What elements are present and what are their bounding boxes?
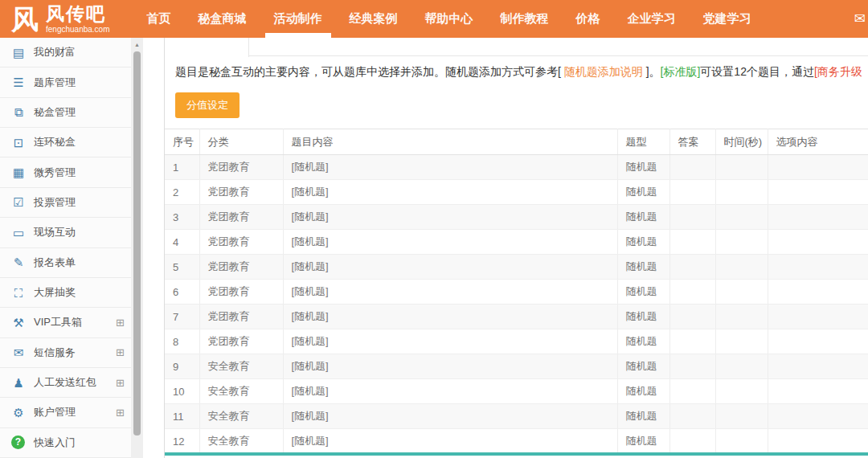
sidebar-item[interactable]: ▤我的财富 <box>0 38 131 67</box>
cell: [随机题] <box>283 379 617 404</box>
nav-item-8[interactable]: 企业学习 <box>628 0 676 38</box>
cell <box>768 329 868 354</box>
sidebar-item[interactable]: ⊡连环秘盒 <box>0 128 131 157</box>
nav-item-9[interactable]: 党建学习 <box>703 0 751 38</box>
table-row[interactable]: 6党团教育[随机题]随机题 <box>165 280 868 305</box>
table-row[interactable]: 1党团教育[随机题]随机题 <box>165 155 868 180</box>
cell <box>669 255 715 280</box>
sidebar-item-label: 秘盒管理 <box>34 105 76 120</box>
sidebar-scrollbar[interactable]: ▲ <box>131 38 143 458</box>
question-table: 序号分类题目内容题型答案时间(秒)选项内容 1党团教育[随机题]随机题2党团教育… <box>165 129 868 454</box>
sidebar-item[interactable]: ✉短信服务⊞ <box>0 338 131 368</box>
nav-item-7[interactable]: 价格 <box>576 0 600 38</box>
cell <box>715 429 768 454</box>
cell: [随机题] <box>283 155 617 180</box>
random-question-help-link[interactable]: 随机题添加说明 <box>564 65 643 78</box>
cell: [随机题] <box>283 429 617 454</box>
nav-item-6[interactable]: 制作教程 <box>501 0 549 38</box>
brand-logo-icon: 风 <box>11 6 39 33</box>
intro-segment: 可设置12个题目，通过 <box>700 65 814 78</box>
table-row[interactable]: 5党团教育[随机题]随机题 <box>165 255 868 280</box>
nav-item-5[interactable]: 帮助中心 <box>425 0 473 38</box>
score-setting-button[interactable]: 分值设定 <box>175 92 240 118</box>
cell <box>715 329 768 354</box>
expand-icon[interactable]: ⊞ <box>116 317 125 328</box>
sidebar-item[interactable]: ☑投票管理 <box>0 188 131 218</box>
brand-logo[interactable]: 风 风传吧 fengchuanba.com <box>11 5 110 34</box>
nav-item-1[interactable]: 首页 <box>147 0 171 38</box>
intro-text: 题目是秘盒互动的主要内容，可从题库中选择并添加。随机题添加方式可参考[ 随机题添… <box>165 56 868 80</box>
cell <box>669 180 715 205</box>
cell <box>768 280 868 305</box>
sidebar-item-label: 微秀管理 <box>34 166 76 180</box>
cell: 5 <box>165 255 199 280</box>
cell: 随机题 <box>617 280 669 305</box>
sidebar-item[interactable]: ⧉秘盒管理 <box>0 98 131 128</box>
sidebar-item[interactable]: ☰题库管理 <box>0 67 131 97</box>
cell: 党团教育 <box>199 230 283 255</box>
cell: 6 <box>165 280 199 305</box>
cell: [随机题] <box>283 230 617 255</box>
standard-version-link[interactable]: [标准版] <box>661 65 701 78</box>
scroll-up-arrow[interactable]: ▲ <box>131 38 143 47</box>
cell: [随机题] <box>283 280 617 305</box>
sidebar-item[interactable]: ⚒VIP工具箱⊞ <box>0 308 131 337</box>
sidebar-item[interactable]: ▦微秀管理 <box>0 157 131 187</box>
business-upgrade-link[interactable]: [商务升级 <box>814 65 862 78</box>
cell <box>669 429 715 454</box>
sidebar-item[interactable]: ⚙账户管理⊞ <box>0 398 131 427</box>
chain-box-icon: ⊡ <box>10 137 27 149</box>
secret-box-icon: ⧉ <box>10 106 27 118</box>
column-header: 选项内容 <box>768 129 868 155</box>
nav-item-4[interactable]: 经典案例 <box>350 0 398 38</box>
cell: 安全教育 <box>199 354 283 379</box>
form-icon: ✎ <box>10 256 27 268</box>
cell <box>768 404 868 429</box>
cell: 安全教育 <box>199 429 283 454</box>
cell: 11 <box>165 404 199 429</box>
table-row[interactable]: 11安全教育[随机题]随机题 <box>165 404 868 429</box>
table-row[interactable]: 4党团教育[随机题]随机题 <box>165 230 868 255</box>
sidebar-item[interactable]: ✎报名表单 <box>0 248 131 278</box>
cell: 随机题 <box>617 205 669 230</box>
table-row[interactable]: 9安全教育[随机题]随机题 <box>165 354 868 379</box>
micro-show-icon: ▦ <box>10 166 27 178</box>
cell <box>768 305 868 329</box>
cell: 安全教育 <box>199 404 283 429</box>
mail-icon[interactable]: ✉ <box>854 10 866 27</box>
cell <box>715 280 768 305</box>
cell <box>669 280 715 305</box>
content-tab[interactable] <box>165 38 249 57</box>
cell: 随机题 <box>617 180 669 205</box>
table-row[interactable]: 8党团教育[随机题]随机题 <box>165 329 868 354</box>
cell: 10 <box>165 379 199 404</box>
cell <box>669 205 715 230</box>
sidebar-item[interactable]: ▭现场互动 <box>0 218 131 247</box>
cell: [随机题] <box>283 354 617 379</box>
intro-segment: ]。 <box>643 65 661 78</box>
table-row[interactable]: 12安全教育[随机题]随机题 <box>165 429 868 454</box>
table-row[interactable]: 2党团教育[随机题]随机题 <box>165 180 868 205</box>
cell <box>715 404 768 429</box>
expand-icon[interactable]: ⊞ <box>116 407 125 418</box>
column-header: 序号 <box>165 129 199 155</box>
cell <box>669 404 715 429</box>
expand-icon[interactable]: ⊞ <box>116 378 125 388</box>
cell: 9 <box>165 354 199 379</box>
scrollbar-thumb[interactable] <box>133 51 141 436</box>
cell <box>768 180 868 205</box>
cell <box>768 429 868 454</box>
table-row[interactable]: 3党团教育[随机题]随机题 <box>165 205 868 230</box>
expand-icon[interactable]: ⊞ <box>116 347 125 358</box>
table-row[interactable]: 7党团教育[随机题]随机题 <box>165 305 868 329</box>
nav-item-3[interactable]: 活动制作 <box>274 0 322 38</box>
sidebar-item[interactable]: ?快速入门 <box>0 428 131 458</box>
sidebar-item-label: 账户管理 <box>34 405 76 419</box>
sidebar-item[interactable]: ⛶大屏抽奖 <box>0 278 131 308</box>
sidebar-item[interactable]: ♟人工发送红包⊞ <box>0 368 131 398</box>
table-row[interactable]: 10安全教育[随机题]随机题 <box>165 379 868 404</box>
cell: 12 <box>165 429 199 454</box>
nav-item-2[interactable]: 秘盒商城 <box>199 0 247 38</box>
content-tab-strip <box>165 38 868 56</box>
cell <box>669 379 715 404</box>
